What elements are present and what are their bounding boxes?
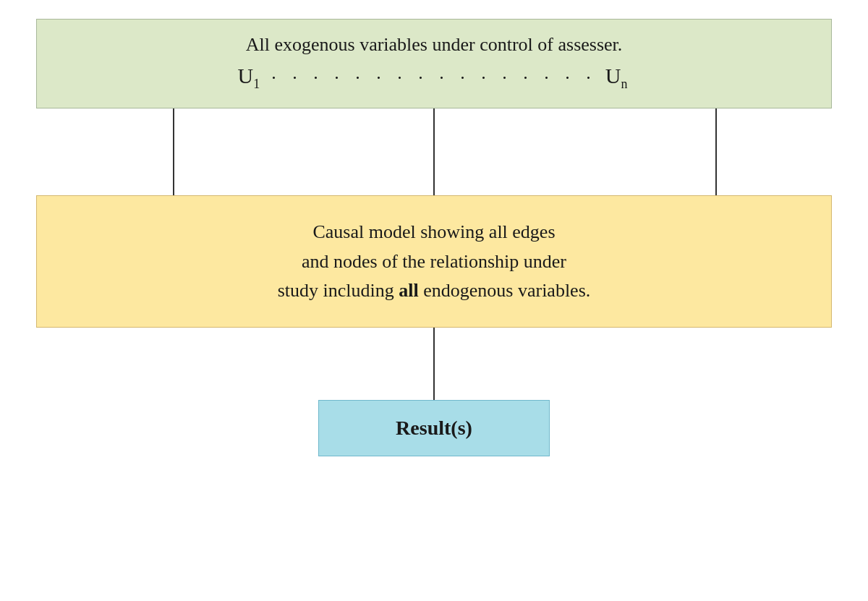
middle-line3-before: study including [278, 280, 399, 301]
middle-box: Causal model showing all edges and nodes… [36, 195, 832, 328]
middle-box-text: Causal model showing all edges and nodes… [95, 218, 773, 305]
connectors-top [36, 108, 832, 195]
middle-line1: Causal model showing all edges [312, 221, 555, 242]
u-end-subscript: n [621, 77, 627, 91]
connectors-bottom [36, 328, 832, 400]
top-connectors-svg [36, 108, 832, 195]
middle-line3-after: endogenous variables. [419, 280, 591, 301]
middle-line2: and nodes of the relationship under [302, 251, 566, 272]
top-box: All exogenous variables under control of… [36, 19, 832, 109]
top-box-title: All exogenous variables under control of… [59, 33, 809, 57]
bottom-connectors-svg [36, 328, 832, 400]
u-end: Un [605, 64, 631, 92]
bottom-box: Result(s) [318, 400, 550, 456]
diagram-container: All exogenous variables under control of… [36, 19, 832, 583]
u-start-subscript: 1 [253, 77, 260, 91]
middle-line3-bold: all [399, 280, 418, 301]
dots-separator: · · · · · · · · · · · · · · · · [271, 67, 597, 89]
u-start: U1 [238, 64, 263, 92]
bottom-box-label: Result(s) [348, 417, 520, 440]
u-variables-row: U1 · · · · · · · · · · · · · · · · Un [59, 64, 809, 92]
